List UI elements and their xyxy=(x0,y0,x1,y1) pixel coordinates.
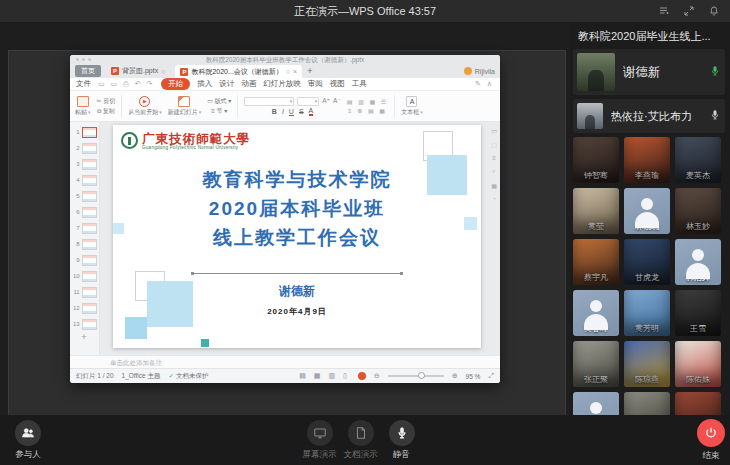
side-tool-icon[interactable]: ⌕ xyxy=(489,168,499,175)
zoom-slider[interactable] xyxy=(388,375,444,377)
slide-thumb-1[interactable]: 1 xyxy=(70,124,99,140)
mute-button[interactable]: 静音 xyxy=(381,420,422,461)
new-slide-button[interactable]: 新建幻灯片▾ xyxy=(168,96,202,117)
featured-participant-2[interactable]: 热依拉·艾比布力 xyxy=(573,99,725,133)
menu-设计[interactable]: 设计 xyxy=(219,79,234,89)
menu-视图[interactable]: 视图 xyxy=(330,79,345,89)
zoom-slider-knob[interactable] xyxy=(418,372,425,379)
quick-access-icons[interactable]: ▭ ▭ ⎙ ↶ ↷ xyxy=(98,80,154,88)
participants-button[interactable]: 参与人 xyxy=(0,420,56,461)
grow-font-button[interactable]: A⁺ xyxy=(322,97,330,105)
fit-screen-button[interactable]: ⤢ xyxy=(488,372,494,380)
slide-thumb-3[interactable]: 3 xyxy=(70,156,99,172)
slide-thumbnail[interactable] xyxy=(82,175,97,186)
paste-button[interactable]: 粘贴▾ xyxy=(75,96,91,117)
doc-tab-1[interactable]: P 背景图.pptx○ xyxy=(106,65,170,77)
end-meeting-button[interactable]: 结束 xyxy=(683,419,730,462)
doc-tab-2-active[interactable]: P 教科院2020...会议（谢德新）○ × xyxy=(175,65,302,78)
slide-thumbnail[interactable] xyxy=(82,159,97,170)
participant-tile[interactable]: 林玉妙 xyxy=(675,188,721,234)
font-color-button[interactable]: A xyxy=(309,108,314,116)
slide-thumb-12[interactable]: 12 xyxy=(70,300,99,316)
participant-tile[interactable]: 郭浩舞 xyxy=(675,239,721,285)
slide-thumb-5[interactable]: 5 xyxy=(70,188,99,204)
slide-thumb-13[interactable]: 13 xyxy=(70,316,99,332)
participant-tile[interactable]: 王雪 xyxy=(675,290,721,336)
side-tool-icon[interactable]: ◔ xyxy=(489,196,499,202)
layout-button[interactable]: ▭ 版式 ▾ xyxy=(207,97,231,106)
participant-tile[interactable]: 甘虎龙 xyxy=(624,239,670,285)
doc-share-button[interactable]: 文档演示 xyxy=(340,420,381,461)
side-tool-icon[interactable]: ▦ xyxy=(489,182,499,189)
font-size-select[interactable]: ▾ xyxy=(297,97,319,106)
menu-工具[interactable]: 工具 xyxy=(352,79,367,89)
zoom-out-button[interactable]: ⊖ xyxy=(374,372,380,380)
side-tools[interactable]: ▭⬚≡⌕▦◔ xyxy=(489,127,499,202)
layout-icon[interactable] xyxy=(658,5,670,17)
slide-thumbnail[interactable] xyxy=(82,239,97,250)
strike-button[interactable]: S xyxy=(299,108,304,115)
italic-button[interactable]: I xyxy=(282,108,284,115)
doc-protection[interactable]: ✓文档未保护 xyxy=(168,372,208,381)
slide-thumb-11[interactable]: 11 xyxy=(70,284,99,300)
home-tab-button[interactable]: 首页 xyxy=(75,65,101,77)
view-buttons[interactable]: ▤ ▦ ▥ ▯ xyxy=(299,372,350,380)
side-tool-icon[interactable]: ≡ xyxy=(489,155,499,161)
participant-tile[interactable]: 陈佑姝 xyxy=(675,341,721,387)
paragraph-buttons[interactable]: ▤ ▥ ▦ ☰ ≡ ≣ ▤ ▦ xyxy=(347,98,388,115)
window-controls[interactable] xyxy=(76,58,91,61)
participant-tile[interactable]: 陈琼燕 xyxy=(624,341,670,387)
theme-name[interactable]: 1_Office 主题 xyxy=(122,372,161,381)
notes-area[interactable]: 单击此处添加备注 xyxy=(70,355,500,368)
screen-share-button[interactable]: 屏幕演示 xyxy=(299,420,340,461)
participant-tile[interactable]: 黄芳明 xyxy=(624,290,670,336)
participant-tile[interactable]: 黄建伦 xyxy=(624,392,670,415)
copy-button[interactable]: ⧉ 复制 xyxy=(97,107,115,116)
participant-tile[interactable]: 麦英杰 xyxy=(675,137,721,183)
slide-thumb-4[interactable]: 4 xyxy=(70,172,99,188)
menu-幻灯片放映[interactable]: 幻灯片放映 xyxy=(263,79,301,89)
font-family-select[interactable]: ▾ xyxy=(244,97,294,106)
participant-tile[interactable]: 李燕瑜 xyxy=(624,137,670,183)
underline-button[interactable]: U xyxy=(289,108,294,115)
menu-动画[interactable]: 动画 xyxy=(241,79,256,89)
play-from-current-button[interactable]: ▶ 从当前开始▾ xyxy=(128,96,162,117)
slide-thumb-6[interactable]: 6 xyxy=(70,204,99,220)
bold-button[interactable]: B xyxy=(272,108,277,115)
participant-tile[interactable]: 林锐玩 xyxy=(624,188,670,234)
side-tool-icon[interactable]: ▭ xyxy=(489,127,499,134)
side-tool-icon[interactable]: ⬚ xyxy=(489,141,499,148)
slide-thumb-8[interactable]: 8 xyxy=(70,236,99,252)
slide-panel[interactable]: 12345678910111213+ xyxy=(70,122,100,355)
wps-account[interactable]: Rijivila xyxy=(464,67,495,75)
slide-1[interactable]: 广東技術師範大學 Guangdong Polytechnic Normal Un… xyxy=(113,125,481,348)
slideshow-button[interactable] xyxy=(358,372,366,380)
cut-button[interactable]: ✂ 剪切 xyxy=(97,97,116,106)
slide-thumbnail[interactable] xyxy=(82,191,97,202)
participant-tile[interactable]: 蓝清茹 xyxy=(675,392,721,415)
wps-window[interactable]: 教科院2020届本科毕业班教学工作会议（谢德新）.pptx 首页 P 背景图.p… xyxy=(70,55,500,383)
participant-tile[interactable]: 戴思婷 xyxy=(573,392,619,415)
slide-thumbnail[interactable] xyxy=(82,207,97,218)
participant-tile[interactable]: 黄莹 xyxy=(573,188,619,234)
slide-thumbnail[interactable] xyxy=(82,287,97,298)
shrink-font-button[interactable]: A⁻ xyxy=(333,97,341,105)
menu-审阅[interactable]: 审阅 xyxy=(308,79,323,89)
slide-thumbnail[interactable] xyxy=(82,271,97,282)
slide-thumb-2[interactable]: 2 xyxy=(70,140,99,156)
menu-collapse-icon[interactable]: ✎ ∧ xyxy=(475,80,494,88)
menu-文件[interactable]: 文件 xyxy=(76,79,91,89)
slide-thumbnail[interactable] xyxy=(82,303,97,314)
menu-插入[interactable]: 插入 xyxy=(197,79,212,89)
participant-tile[interactable]: 黄春叶 xyxy=(573,290,619,336)
fullscreen-icon[interactable] xyxy=(683,5,695,17)
add-slide-button[interactable]: + xyxy=(70,332,98,342)
slide-thumb-7[interactable]: 7 xyxy=(70,220,99,236)
close-tab-icon[interactable]: × xyxy=(293,68,297,75)
section-button[interactable]: ≡ 节 ▾ xyxy=(211,107,227,116)
slide-thumb-10[interactable]: 10 xyxy=(70,268,99,284)
participant-tile[interactable]: 钟智骞 xyxy=(573,137,619,183)
slide-thumbnail[interactable] xyxy=(82,223,97,234)
slide-thumbnail[interactable] xyxy=(82,255,97,266)
slide-thumbnail[interactable] xyxy=(82,319,97,330)
